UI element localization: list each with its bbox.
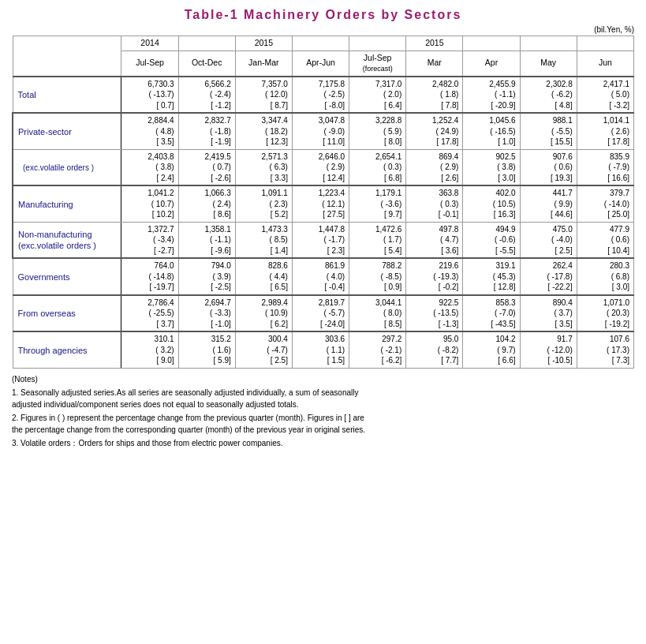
data-cell: 788.2 ( -8.5) [ 0.9] <box>349 258 406 295</box>
data-cell: 902.5 ( 3.8) [ 3.0] <box>463 149 520 185</box>
table-row: From overseas2,786.4 ( -25.5) [ 3.7]2,69… <box>13 295 634 332</box>
header-jun: Jun <box>577 51 633 77</box>
header-jul-sep-top <box>349 36 406 51</box>
table-row: Through agencies310.1 ( 3.2) [ 9.0]315.2… <box>13 331 634 368</box>
data-cell: 1,014.1 ( 2.6) [ 17.8] <box>577 113 633 149</box>
data-cell: 319.1 ( 45.3) [ 12.8] <box>463 258 520 295</box>
data-cell: 310.1 ( 3.2) [ 9.0] <box>121 331 178 368</box>
data-cell: 2,403.8 ( 3.8) [ 2.4] <box>121 149 178 185</box>
note-3: 3. Volatile orders：Orders for ships and … <box>12 437 634 449</box>
data-cell: 91.7 ( -12.0) [ -10.5] <box>520 331 577 368</box>
data-cell: 2,302.8 ( -6.2) [ 4.8] <box>520 77 577 114</box>
data-cell: 3,228.8 ( 5.9) [ 8.0] <box>349 113 406 149</box>
header-jul-sep: Jul-Sep <box>121 51 178 77</box>
data-cell: 1,372.7 ( -3.4) [ -2.7] <box>121 222 178 258</box>
note-2: 2. Figures in ( ) represent the percenta… <box>12 412 634 436</box>
row-label: Private-sector <box>13 113 121 149</box>
data-cell: 907.6 ( 0.6) [ 19.3] <box>520 149 577 185</box>
data-cell: 107.6 ( 17.3) [ 7.3] <box>577 331 633 368</box>
data-cell: 858.3 ( -7.0) [ -43.5] <box>463 295 520 332</box>
data-cell: 1,447.8 ( -1.7) [ 2.3] <box>292 222 349 258</box>
row-label: Total <box>13 77 121 114</box>
data-cell: 494.9 ( -0.6) [ -5.5] <box>463 222 520 258</box>
data-cell: 794.0 ( 3.9) [ -2.5] <box>178 258 235 295</box>
data-cell: 1,045.6 ( -16.5) [ 1.0] <box>463 113 520 149</box>
header-row: 2014 2015 2015 <box>13 36 634 51</box>
data-cell: 300.4 ( -4.7) [ 2.5] <box>235 331 292 368</box>
data-cell: 104.2 ( 9.7) [ 6.6] <box>463 331 520 368</box>
header-may: May <box>520 51 577 77</box>
header-jun-label <box>577 36 633 51</box>
data-cell: 219.6 ( -19.3) [ -0.2] <box>406 258 463 295</box>
header-2014-year: 2014 <box>121 36 178 51</box>
page-title: Table-1 Machinery Orders by Sectors <box>12 8 634 22</box>
data-cell: 2,786.4 ( -25.5) [ 3.7] <box>121 295 178 332</box>
data-cell: 6,566.2 ( -2.4) [ -1.2] <box>178 77 235 114</box>
header-mar: Mar <box>406 51 463 77</box>
data-cell: 2,455.9 ( -1.1) [ -20.9] <box>463 77 520 114</box>
sub-row-label: (exc.volatile orders ) <box>13 149 121 185</box>
row-label: From overseas <box>13 295 121 332</box>
data-cell: 764.0 ( -14.8) [ -19.7] <box>121 258 178 295</box>
data-cell: 1,252.4 ( 24.9) [ 17.8] <box>406 113 463 149</box>
table-row: Manufacturing1,041.2 ( 10.7) [ 10.2]1,06… <box>13 185 634 222</box>
data-cell: 297.2 ( -2.1) [ -6.2] <box>349 331 406 368</box>
data-cell: 828.6 ( 4.4) [ 6.5] <box>235 258 292 295</box>
data-cell: 1,041.2 ( 10.7) [ 10.2] <box>121 185 178 222</box>
data-cell: 1,472.6 ( 1.7) [ 5.4] <box>349 222 406 258</box>
data-cell: 922.5 ( -13.5) [ -1.3] <box>406 295 463 332</box>
table-row: (exc.volatile orders )2,403.8 ( 3.8) [ 2… <box>13 149 634 185</box>
data-cell: 869.4 ( 2.9) [ 2.6] <box>406 149 463 185</box>
data-cell: 890.4 ( 3.7) [ 3.5] <box>520 295 577 332</box>
data-cell: 2,819.7 ( -5.7) [ -24.0] <box>292 295 349 332</box>
data-cell: 2,654.1 ( 0.3) [ 6.8] <box>349 149 406 185</box>
data-cell: 441.7 ( 9.9) [ 44.6] <box>520 185 577 222</box>
data-cell: 7,317.0 ( 2.0) [ 6.4] <box>349 77 406 114</box>
data-cell: 1,071.0 ( 20.3) [ -19.2] <box>577 295 633 332</box>
data-cell: 7,357.0 ( 12.0) [ 8.7] <box>235 77 292 114</box>
data-cell: 315.2 ( 1.6) [ 5.9] <box>178 331 235 368</box>
data-cell: 6,730.3 ( -13.7) [ 0.7] <box>121 77 178 114</box>
data-cell: 402.0 ( 10.5) [ 16.3] <box>463 185 520 222</box>
data-cell: 379.7 ( -14.0) [ 25.0] <box>577 185 633 222</box>
table-row: Total6,730.3 ( -13.7) [ 0.7]6,566.2 ( -2… <box>13 77 634 114</box>
header-apr-jun-label <box>292 36 349 51</box>
row-label: Through agencies <box>13 331 121 368</box>
data-cell: 2,989.4 ( 10.9) [ 6.2] <box>235 295 292 332</box>
data-cell: 3,044.1 ( 8.0) [ 8.5] <box>349 295 406 332</box>
data-cell: 2,482.0 ( 1.8) [ 7.8] <box>406 77 463 114</box>
header-apr-label <box>463 36 520 51</box>
main-table: 2014 2015 2015 Jul-Sep Oct-Dec Jan-Mar A… <box>12 36 634 369</box>
data-cell: 303.6 ( 1.1) [ 1.5] <box>292 331 349 368</box>
data-cell: 861.9 ( 4.0) [ -0.4] <box>292 258 349 295</box>
data-cell: 363.8 ( 0.3) [ -0.1] <box>406 185 463 222</box>
data-cell: 1,091.1 ( 2.3) [ 5.2] <box>235 185 292 222</box>
data-cell: 95.0 ( -8.2) [ 7.7] <box>406 331 463 368</box>
data-cell: 7,175.8 ( -2.5) [ -8.0] <box>292 77 349 114</box>
row-label: Manufacturing <box>13 185 121 222</box>
header-jul-sep-forecast: Jul-Sep (forecast) <box>349 51 406 77</box>
header-apr: Apr <box>463 51 520 77</box>
notes-intro: (Notes) <box>12 373 634 385</box>
header-jan-mar: Jan-Mar <box>235 51 292 77</box>
data-cell: 3,047.8 ( -9.0) [ 11.0] <box>292 113 349 149</box>
table-row: Private-sector2,884.4 ( 4.8) [ 3.5]2,832… <box>13 113 634 149</box>
data-cell: 262.4 ( -17.8) [ -22.2] <box>520 258 577 295</box>
data-cell: 2,646.0 ( 2.9) [ 12.4] <box>292 149 349 185</box>
data-cell: 475.0 ( -4.0) [ 2.5] <box>520 222 577 258</box>
data-cell: 2,419.5 ( 0.7) [ -2.6] <box>178 149 235 185</box>
header-2015-year: 2015 <box>235 36 292 51</box>
data-cell: 835.9 ( -7.9) [ 16.6] <box>577 149 633 185</box>
data-cell: 1,223.4 ( 12.1) [ 27.5] <box>292 185 349 222</box>
data-cell: 2,417.1 ( 5.0) [ -3.2] <box>577 77 633 114</box>
data-cell: 3,347.4 ( 18.2) [ 12.3] <box>235 113 292 149</box>
data-cell: 2,884.4 ( 4.8) [ 3.5] <box>121 113 178 149</box>
data-cell: 2,694.7 ( -3.3) [ -1.0] <box>178 295 235 332</box>
header-oct-dec: Oct-Dec <box>178 51 235 77</box>
data-cell: 1,179.1 ( -3.6) [ 9.7] <box>349 185 406 222</box>
data-cell: 1,473.3 ( 8.5) [ 1.4] <box>235 222 292 258</box>
header-apr-jun: Apr-Jun <box>292 51 349 77</box>
table-row: Non-manufacturing (exc.volatile orders )… <box>13 222 634 258</box>
data-cell: 1,066.3 ( 2.4) [ 8.6] <box>178 185 235 222</box>
row-label: Non-manufacturing (exc.volatile orders ) <box>13 222 121 258</box>
